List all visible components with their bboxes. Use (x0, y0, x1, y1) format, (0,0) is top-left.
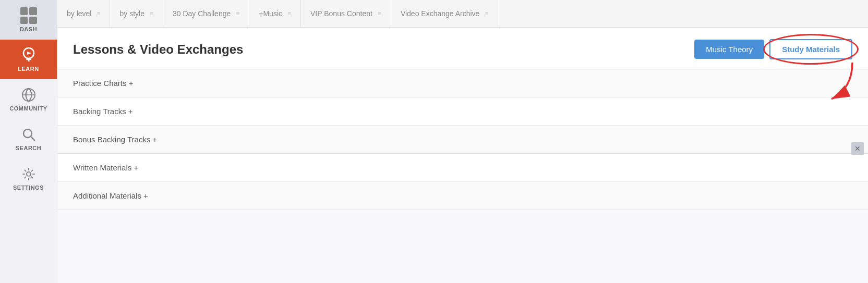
study-materials-button[interactable]: Study Materials (769, 39, 852, 59)
content-area: Lessons & Video Exchanges Music Theory S… (57, 28, 868, 283)
list-item[interactable]: Written Materials + (57, 154, 868, 182)
svg-line-8 (31, 137, 34, 140)
tab-plus-music[interactable]: +Music ≡ (249, 0, 301, 27)
tab-by-style[interactable]: by style ≡ (110, 0, 163, 27)
sidebar-item-settings-label: SETTINGS (13, 184, 44, 191)
tab-30-day-menu-icon: ≡ (236, 10, 239, 17)
header-buttons: Music Theory Study Materials (694, 39, 852, 59)
tab-by-level-label: by level (67, 9, 91, 18)
tabs-bar: by level ≡ by style ≡ 30 Day Challenge ≡… (57, 0, 868, 28)
list-item[interactable]: Bonus Backing Tracks + (57, 126, 868, 154)
community-icon (20, 87, 37, 103)
list-item[interactable]: Practice Charts + (57, 69, 868, 97)
close-icon: ✕ (854, 144, 861, 153)
sidebar-item-learn-label: LEARN (18, 66, 39, 72)
svg-marker-1 (27, 52, 31, 55)
dash-icon (20, 7, 37, 24)
study-materials-wrapper: Study Materials (769, 39, 852, 59)
tab-plus-music-menu-icon: ≡ (287, 10, 291, 17)
sidebar-item-settings[interactable]: SETTINGS (0, 158, 57, 198)
svg-rect-2 (26, 58, 31, 60)
tab-vip-bonus-label: VIP Bonus Content (310, 9, 372, 18)
tab-vip-bonus-menu-icon: ≡ (378, 10, 381, 17)
tab-by-style-label: by style (119, 9, 144, 18)
tab-30-day-challenge[interactable]: 30 Day Challenge ≡ (163, 0, 249, 27)
tab-video-exchange-label: Video Exchange Archive (401, 9, 480, 18)
tab-30-day-label: 30 Day Challenge (173, 9, 231, 18)
sidebar-item-community-label: COMMUNITY (9, 105, 47, 112)
tab-video-exchange-menu-icon: ≡ (485, 10, 488, 17)
music-theory-button[interactable]: Music Theory (694, 40, 764, 59)
svg-point-9 (27, 172, 31, 176)
main-content: by level ≡ by style ≡ 30 Day Challenge ≡… (57, 0, 868, 283)
list-item-label: Backing Tracks + (73, 107, 133, 116)
list-item[interactable]: Backing Tracks + (57, 97, 868, 126)
list-item-label: Practice Charts + (73, 79, 133, 88)
sidebar: DASH LEARN COMMUNITY (0, 0, 57, 283)
list-item-label: Bonus Backing Tracks + (73, 135, 157, 144)
page-title: Lessons & Video Exchanges (73, 42, 243, 57)
tab-by-style-menu-icon: ≡ (150, 10, 153, 17)
sidebar-item-dash[interactable]: DASH (0, 0, 57, 40)
tab-by-level-menu-icon: ≡ (97, 10, 100, 17)
search-icon (20, 126, 37, 143)
list-item-label: Written Materials + (73, 163, 138, 172)
sidebar-item-dash-label: DASH (20, 26, 37, 32)
tab-video-exchange[interactable]: Video Exchange Archive ≡ (391, 0, 499, 27)
tab-by-level[interactable]: by level ≡ (57, 0, 110, 27)
sidebar-item-community[interactable]: COMMUNITY (0, 79, 57, 119)
tab-plus-music-label: +Music (259, 9, 282, 18)
learn-icon (20, 47, 37, 64)
tab-vip-bonus[interactable]: VIP Bonus Content ≡ (301, 0, 391, 27)
content-list: Practice Charts + Backing Tracks + Bonus… (57, 69, 868, 283)
svg-rect-3 (28, 60, 29, 61)
sidebar-item-search[interactable]: SEARCH (0, 119, 57, 158)
sidebar-item-search-label: SEARCH (16, 145, 41, 151)
settings-icon (20, 166, 37, 182)
list-item[interactable]: Additional Materials + (57, 182, 868, 210)
list-item-label: Additional Materials + (73, 191, 148, 200)
page-header: Lessons & Video Exchanges Music Theory S… (57, 28, 868, 69)
close-button[interactable]: ✕ (851, 142, 864, 155)
sidebar-item-learn[interactable]: LEARN (0, 40, 57, 79)
